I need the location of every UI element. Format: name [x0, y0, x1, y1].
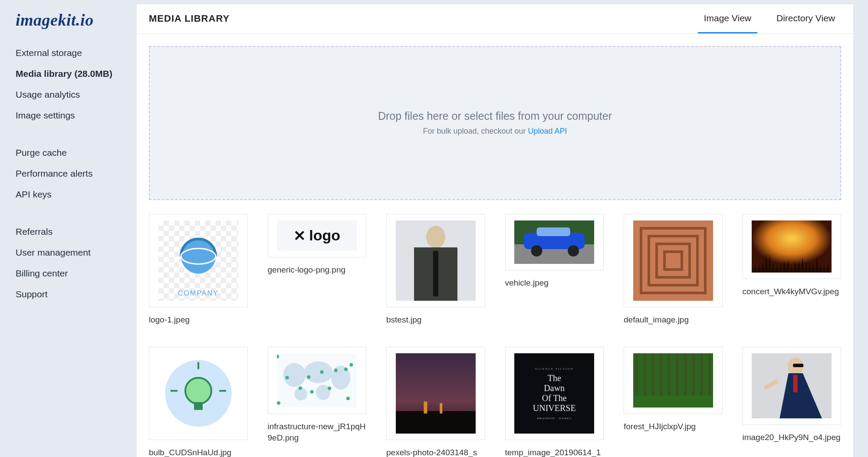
media-filename: default_image.jpg	[624, 314, 723, 325]
media-card[interactable]: pexels-photo-2403148_s	[386, 347, 485, 457]
media-thumbnail[interactable]	[386, 214, 485, 307]
media-thumbnail[interactable]	[386, 347, 485, 440]
page-title: MEDIA LIBRARY	[149, 13, 230, 24]
sidebar-item[interactable]: External storage	[16, 43, 137, 63]
media-card[interactable]: forest_HJIjclxpV.jpg	[624, 347, 723, 457]
nav-group-3: ReferralsUser managementBilling centerSu…	[16, 221, 137, 305]
media-thumbnail[interactable]	[268, 347, 367, 414]
media-filename: bulb_CUDSnHaUd.jpg	[149, 447, 248, 457]
media-card[interactable]: default_image.jpg	[624, 214, 723, 325]
media-card[interactable]: vehicle.jpeg	[505, 214, 604, 325]
svg-rect-43	[396, 411, 476, 434]
sidebar-item[interactable]: Media library (28.0MB)	[16, 63, 137, 84]
media-filename: vehicle.jpeg	[505, 277, 604, 289]
svg-rect-62	[793, 375, 798, 392]
dropzone-subtext: For bulk upload, checkout our Upload API	[423, 127, 567, 136]
media-card[interactable]: bulb_CUDSnHaUd.jpg	[149, 347, 248, 457]
media-card[interactable]: COMPANY logo-1.jpeg	[149, 214, 248, 325]
media-filename: forest_HJIjclxpV.jpg	[624, 421, 723, 432]
svg-point-29	[316, 385, 330, 400]
media-thumbnail[interactable]: SCIENCE FICTION TheDawnOf TheUNIVERSE BR…	[505, 347, 604, 440]
svg-point-31	[299, 387, 302, 390]
media-thumbnail[interactable]	[743, 347, 842, 425]
media-filename: bstest.jpg	[386, 314, 485, 325]
sidebar: imagekit.io External storageMedia librar…	[0, 0, 137, 457]
topbar: MEDIA LIBRARY Image ViewDirectory View	[137, 4, 853, 34]
svg-point-32	[286, 376, 289, 380]
view-tabs: Image ViewDirectory View	[698, 4, 841, 33]
svg-point-33	[307, 375, 311, 379]
media-thumbnail[interactable]	[149, 347, 248, 440]
sidebar-item[interactable]: Usage analytics	[16, 84, 137, 105]
svg-point-3	[426, 226, 445, 248]
media-grid: COMPANY logo-1.jpeg ✕logo generic-logo-p…	[149, 214, 841, 457]
svg-point-9	[531, 245, 542, 256]
media-filename: infrastructure-new_jR1pqH9eD.png	[268, 421, 367, 443]
nav-group-2: Purge cachePerformance alertsAPI keys	[16, 142, 137, 205]
svg-rect-11	[537, 227, 570, 236]
svg-point-40	[344, 368, 348, 371]
view-tab[interactable]: Image View	[698, 4, 757, 33]
svg-rect-58	[633, 396, 713, 408]
media-filename: concert_Wk4kyMVGv.jpeg	[743, 286, 842, 297]
dropzone-sub-prefix: For bulk upload, checkout our	[423, 127, 528, 135]
svg-rect-12	[633, 220, 713, 301]
svg-point-41	[310, 390, 314, 394]
svg-point-39	[328, 387, 331, 390]
media-thumbnail[interactable]	[743, 214, 842, 279]
sidebar-item[interactable]: Image settings	[16, 105, 137, 126]
media-thumbnail[interactable]	[624, 347, 723, 414]
media-card[interactable]: ✕logo generic-logo-png.png	[268, 214, 367, 325]
media-thumbnail[interactable]	[505, 214, 604, 270]
media-card[interactable]: SCIENCE FICTION TheDawnOf TheUNIVERSE BR…	[505, 347, 604, 457]
main-panel: MEDIA LIBRARY Image ViewDirectory View D…	[137, 4, 853, 457]
svg-point-36	[334, 369, 338, 372]
sidebar-item[interactable]: Purge cache	[16, 142, 137, 163]
media-filename: generic-logo-png.png	[268, 264, 367, 276]
svg-point-38	[277, 401, 280, 405]
svg-point-35	[320, 371, 324, 374]
sidebar-item[interactable]: Billing center	[16, 263, 137, 284]
svg-rect-44	[424, 401, 427, 414]
media-thumbnail[interactable]	[624, 214, 723, 307]
svg-rect-17	[752, 220, 832, 273]
svg-rect-45	[440, 403, 442, 414]
media-thumbnail[interactable]: ✕logo	[268, 214, 367, 257]
media-card[interactable]: infrastructure-new_jR1pqH9eD.png	[268, 347, 367, 457]
svg-point-19	[185, 378, 211, 404]
media-filename: temp_image_20190614_1	[505, 447, 604, 457]
view-tab[interactable]: Directory View	[770, 4, 841, 33]
sidebar-item[interactable]: API keys	[16, 184, 137, 205]
sidebar-item[interactable]: Referrals	[16, 221, 137, 242]
svg-rect-61	[793, 364, 803, 367]
media-thumbnail[interactable]: COMPANY	[149, 214, 248, 307]
nav-group-1: External storageMedia library (28.0MB)Us…	[16, 43, 137, 126]
sidebar-item[interactable]: User management	[16, 242, 137, 263]
svg-rect-20	[194, 402, 203, 410]
svg-point-10	[568, 245, 579, 256]
sidebar-item[interactable]: Support	[16, 284, 137, 305]
svg-point-34	[350, 363, 353, 367]
media-card[interactable]: image20_HkPy9N_o4.jpeg	[743, 347, 842, 457]
media-filename: image20_HkPy9N_o4.jpeg	[743, 432, 842, 443]
svg-rect-5	[433, 251, 438, 296]
upload-api-link[interactable]: Upload API	[528, 127, 567, 135]
svg-point-25	[283, 363, 306, 387]
media-filename: pexels-photo-2403148_s	[386, 447, 485, 457]
brand-logo: imagekit.io	[16, 10, 137, 30]
media-filename: logo-1.jpeg	[149, 314, 248, 325]
content-area: Drop files here or select files from you…	[137, 34, 853, 457]
svg-point-30	[346, 397, 350, 401]
sidebar-item[interactable]: Performance alerts	[16, 163, 137, 184]
upload-dropzone[interactable]: Drop files here or select files from you…	[149, 46, 841, 200]
svg-point-26	[304, 362, 333, 383]
media-card[interactable]: bstest.jpg	[386, 214, 485, 325]
media-card[interactable]: concert_Wk4kyMVGv.jpeg	[743, 214, 842, 325]
dropzone-heading: Drop files here or select files from you…	[378, 110, 612, 122]
